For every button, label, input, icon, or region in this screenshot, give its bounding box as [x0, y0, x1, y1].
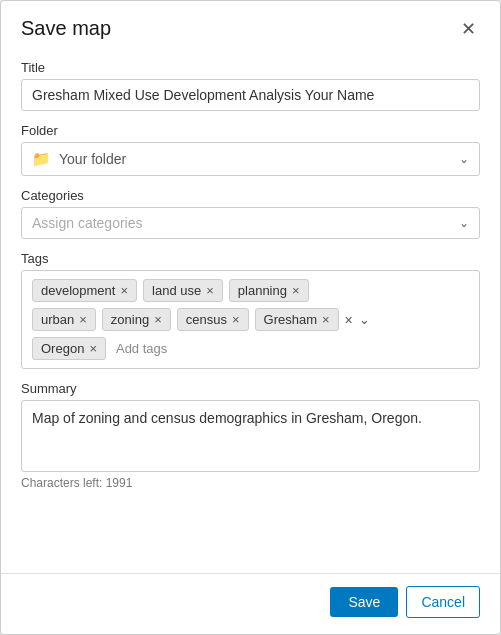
- categories-select[interactable]: Assign categories ⌄: [21, 207, 480, 239]
- tag-development: development ×: [32, 279, 137, 302]
- categories-field-group: Categories Assign categories ⌄: [21, 188, 480, 239]
- chars-left: Characters left: 1991: [21, 476, 480, 490]
- dialog-title: Save map: [21, 17, 111, 40]
- categories-chevron-icon: ⌄: [459, 216, 469, 230]
- summary-input[interactable]: Map of zoning and census demographics in…: [21, 400, 480, 472]
- tags-expand-button[interactable]: ×: [345, 313, 353, 327]
- tag-oregon: Oregon ×: [32, 337, 106, 360]
- categories-placeholder: Assign categories: [32, 215, 143, 231]
- close-button[interactable]: ✕: [457, 18, 480, 40]
- tag-development-remove[interactable]: ×: [120, 284, 128, 297]
- tag-urban-remove[interactable]: ×: [79, 313, 87, 326]
- tag-planning-remove[interactable]: ×: [292, 284, 300, 297]
- tag-land-use-remove[interactable]: ×: [206, 284, 214, 297]
- tags-container: development × land use × planning ×: [21, 270, 480, 369]
- tags-row-3: Oregon × Add tags: [32, 337, 469, 360]
- summary-field-group: Summary Map of zoning and census demogra…: [21, 381, 480, 490]
- add-tags-button[interactable]: Add tags: [112, 338, 171, 359]
- save-button[interactable]: Save: [330, 587, 398, 617]
- folder-chevron-icon: ⌄: [459, 152, 469, 166]
- dialog-header: Save map ✕: [1, 1, 500, 52]
- folder-field-group: Folder 📁 Your folder ⌄: [21, 123, 480, 176]
- folder-value: Your folder: [59, 151, 126, 167]
- save-map-dialog: Save map ✕ Title Folder 📁 Your folder ⌄ …: [0, 0, 501, 635]
- summary-label: Summary: [21, 381, 480, 396]
- dialog-footer: Save Cancel: [1, 573, 500, 634]
- folder-icon: 📁: [32, 150, 51, 168]
- tags-label: Tags: [21, 251, 480, 266]
- tag-oregon-remove[interactable]: ×: [89, 342, 97, 355]
- tag-gresham: Gresham ×: [255, 308, 339, 331]
- categories-label: Categories: [21, 188, 480, 203]
- dialog-body: Title Folder 📁 Your folder ⌄ Categories …: [1, 52, 500, 573]
- tag-urban: urban ×: [32, 308, 96, 331]
- cancel-button[interactable]: Cancel: [406, 586, 480, 618]
- tag-gresham-remove[interactable]: ×: [322, 313, 330, 326]
- tag-zoning-remove[interactable]: ×: [154, 313, 162, 326]
- tag-census-remove[interactable]: ×: [232, 313, 240, 326]
- tags-row-2: urban × zoning × census × Gresham ×: [32, 308, 469, 331]
- tags-row-1: development × land use × planning ×: [32, 279, 469, 302]
- folder-label: Folder: [21, 123, 480, 138]
- title-field-group: Title: [21, 60, 480, 111]
- tag-planning: planning ×: [229, 279, 309, 302]
- tag-land-use: land use ×: [143, 279, 223, 302]
- title-label: Title: [21, 60, 480, 75]
- tag-census: census ×: [177, 308, 249, 331]
- folder-select[interactable]: 📁 Your folder ⌄: [21, 142, 480, 176]
- tags-chevron-icon: ⌄: [359, 312, 370, 327]
- tags-field-group: Tags development × land use × planning ×: [21, 251, 480, 369]
- tag-zoning: zoning ×: [102, 308, 171, 331]
- title-input[interactable]: [21, 79, 480, 111]
